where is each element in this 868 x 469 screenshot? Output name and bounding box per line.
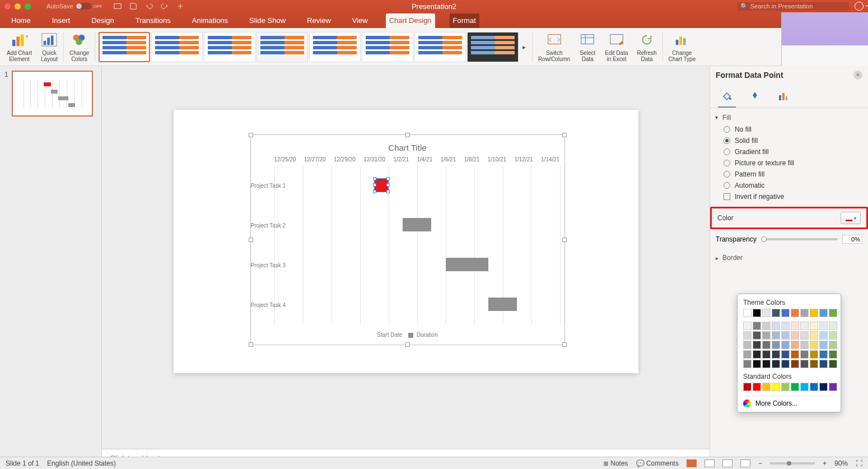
data-point-selected[interactable]: [374, 178, 389, 193]
color-swatch[interactable]: [753, 322, 761, 330]
color-swatch[interactable]: [829, 322, 837, 330]
tab-view[interactable]: View: [349, 13, 371, 28]
chart-styles-more-button[interactable]: ▸: [520, 43, 529, 51]
color-swatch[interactable]: [772, 350, 780, 359]
data-bar-task3[interactable]: [446, 258, 489, 271]
language-label[interactable]: English (United States): [47, 459, 116, 467]
window-controls[interactable]: [4, 3, 31, 10]
slideshow-view-button[interactable]: [740, 459, 750, 467]
transparency-slider[interactable]: [761, 238, 838, 240]
color-swatch[interactable]: [791, 309, 799, 317]
color-swatch[interactable]: [800, 360, 809, 368]
color-swatch[interactable]: [829, 360, 837, 368]
change-chart-type-button[interactable]: Change Chart Type: [665, 28, 699, 66]
color-swatch[interactable]: [762, 383, 771, 391]
zoom-level[interactable]: 90%: [834, 459, 848, 467]
color-swatch[interactable]: [753, 350, 761, 359]
color-swatch[interactable]: [829, 309, 837, 317]
tab-chart-design[interactable]: Chart Design: [386, 13, 435, 28]
autosave-toggle[interactable]: AutoSave OFF: [46, 3, 102, 10]
color-swatch[interactable]: [753, 383, 761, 391]
tab-slideshow[interactable]: Slide Show: [246, 13, 289, 28]
series-options-tab[interactable]: [774, 87, 792, 108]
resize-handle[interactable]: [562, 342, 567, 347]
fill-option-pattern[interactable]: Pattern fill: [716, 169, 862, 180]
home-icon[interactable]: [114, 2, 122, 10]
color-swatch[interactable]: [810, 350, 818, 359]
color-swatch[interactable]: [772, 322, 780, 330]
color-swatch[interactable]: [781, 331, 790, 340]
chart-legend[interactable]: Start Date Duration: [251, 332, 564, 338]
color-swatch[interactable]: [781, 360, 790, 368]
color-swatch[interactable]: [753, 331, 761, 340]
color-swatch[interactable]: [800, 309, 809, 317]
fill-option-nofill[interactable]: No fill: [716, 124, 862, 135]
chart-style-8[interactable]: [467, 32, 519, 62]
select-data-button[interactable]: Select Data: [576, 28, 599, 66]
color-swatch[interactable]: [791, 322, 799, 330]
color-swatch[interactable]: [743, 350, 752, 359]
color-swatch[interactable]: [829, 331, 837, 340]
zoom-in-button[interactable]: +: [823, 459, 827, 467]
transparency-value[interactable]: 0%: [842, 235, 862, 244]
color-swatch[interactable]: [810, 331, 818, 340]
data-bar-task2[interactable]: [403, 218, 431, 231]
chart-selection[interactable]: Chart Title 12/25/20 12/27/20 12/29/20 1…: [250, 134, 565, 345]
color-swatch[interactable]: [829, 341, 837, 349]
chart-title[interactable]: Chart Title: [251, 143, 564, 152]
color-swatch[interactable]: [762, 350, 771, 359]
color-swatch[interactable]: [781, 322, 790, 330]
reading-view-button[interactable]: [722, 459, 732, 467]
chart-style-5[interactable]: [309, 32, 361, 62]
color-swatch[interactable]: [800, 331, 809, 340]
refresh-data-button[interactable]: Refresh Data: [633, 28, 660, 66]
search-input[interactable]: 🔍 Search in Presentation: [737, 2, 849, 11]
color-swatch[interactable]: [791, 350, 799, 359]
resize-handle[interactable]: [562, 238, 567, 242]
slide-canvas[interactable]: Chart Title 12/25/20 12/27/20 12/29/20 1…: [174, 110, 638, 373]
close-window-icon[interactable]: [4, 3, 11, 10]
color-swatch[interactable]: [810, 341, 818, 349]
color-swatch[interactable]: [772, 360, 780, 368]
color-swatch[interactable]: [743, 360, 752, 368]
minimize-window-icon[interactable]: [15, 3, 21, 10]
tab-insert[interactable]: Insert: [49, 13, 74, 28]
color-swatch[interactable]: [781, 350, 790, 359]
color-swatch[interactable]: [753, 341, 761, 349]
add-chart-element-button[interactable]: + Add Chart Element: [3, 28, 35, 66]
color-swatch[interactable]: [800, 341, 809, 349]
color-swatch[interactable]: [819, 350, 828, 359]
tab-format[interactable]: Format: [450, 13, 479, 28]
color-swatch[interactable]: [753, 309, 761, 317]
color-swatch[interactable]: [762, 331, 771, 340]
fill-option-picture[interactable]: Picture or texture fill: [716, 157, 862, 169]
color-swatch[interactable]: [819, 322, 828, 330]
color-swatch[interactable]: [810, 383, 818, 391]
more-colors-button[interactable]: More Colors...: [743, 396, 835, 407]
color-swatch[interactable]: [762, 322, 771, 330]
color-swatch[interactable]: [800, 383, 809, 391]
color-swatch[interactable]: [772, 341, 780, 349]
color-swatch[interactable]: [762, 309, 771, 317]
resize-handle[interactable]: [249, 238, 253, 242]
autosave-switch[interactable]: [76, 3, 91, 10]
chart-style-2[interactable]: [151, 32, 203, 62]
color-swatch[interactable]: [810, 322, 818, 330]
chart-style-1[interactable]: [99, 32, 150, 62]
resize-handle[interactable]: [562, 133, 567, 137]
chart-style-7[interactable]: [414, 32, 466, 62]
color-swatch[interactable]: [753, 360, 761, 368]
zoom-window-icon[interactable]: [25, 3, 31, 10]
color-swatch[interactable]: [791, 331, 799, 340]
color-swatch[interactable]: [819, 309, 828, 317]
color-swatch[interactable]: [829, 383, 837, 391]
comments-toggle[interactable]: 💬 Comments: [636, 459, 679, 467]
customize-icon[interactable]: [176, 2, 184, 10]
chart-plot-area[interactable]: Project Task 1 Project Task 2 Project Ta…: [274, 165, 560, 324]
color-swatch[interactable]: [810, 360, 818, 368]
color-swatch[interactable]: [781, 341, 790, 349]
color-swatch[interactable]: [819, 341, 828, 349]
color-swatch[interactable]: [819, 360, 828, 368]
color-swatch[interactable]: [772, 383, 780, 391]
tab-animations[interactable]: Animations: [189, 13, 231, 28]
